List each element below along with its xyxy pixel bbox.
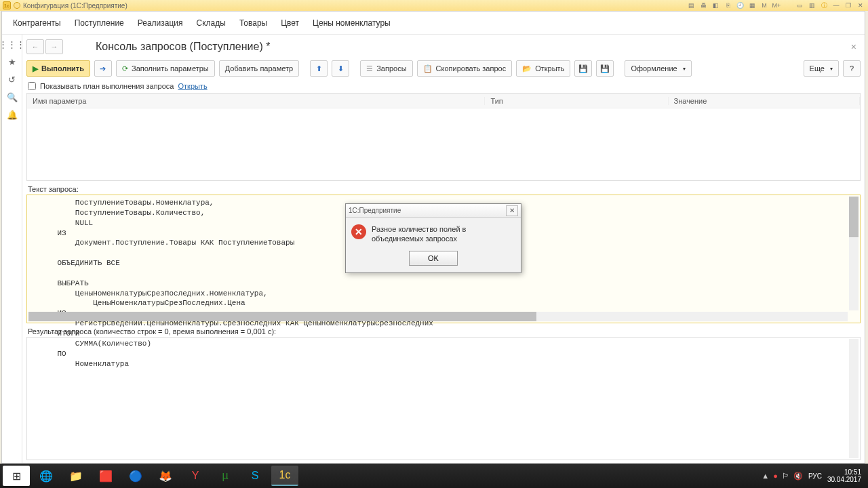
menu-item[interactable]: Склады [190, 13, 233, 33]
menu-item[interactable]: Поступление [68, 13, 131, 33]
tb-icon[interactable]: ◧ [711, 1, 720, 9]
play-icon: ▶ [33, 64, 38, 73]
nav-forward-button[interactable]: → [45, 39, 63, 54]
vertical-scrollbar[interactable] [849, 339, 859, 458]
list-icon: ☰ [366, 64, 373, 73]
show-plan-row: Показывать план выполнения запроса Откры… [26, 81, 861, 93]
star-icon[interactable]: ★ [7, 56, 18, 67]
col-type[interactable]: Тип [485, 97, 668, 105]
params-table: Имя параметра Тип Значение [26, 93, 861, 181]
left-sidebar: ⋮⋮⋮ ★ ↺ 🔍 🔔 [2, 35, 22, 463]
close-tab-icon[interactable]: × [847, 40, 861, 54]
taskbar-utorrent[interactable]: µ [212, 466, 239, 486]
dialog-close-button[interactable]: ✕ [506, 205, 518, 216]
menu-item[interactable]: Контрагенты [6, 13, 68, 33]
tb-icon[interactable]: ▥ [807, 1, 816, 9]
taskbar-ie[interactable]: 🌐 [33, 466, 60, 486]
open-plan-link[interactable]: Открыть [178, 82, 207, 90]
tb-icon[interactable]: ▦ [747, 1, 757, 9]
dialog-title: 1С:Предприятие [349, 207, 401, 214]
move-up-button[interactable]: ⬆ [310, 60, 328, 77]
move-down-button[interactable]: ⬇ [332, 60, 349, 77]
help-button[interactable]: ? [843, 60, 861, 77]
document-header: ← → Консоль запросов (Поступление) * × [26, 37, 861, 56]
col-value[interactable]: Значение [669, 97, 860, 105]
taskbar-firefox[interactable]: 🦊 [152, 466, 179, 486]
save-as-icon: 💾 [600, 64, 610, 73]
menu-item[interactable]: Реализация [131, 13, 190, 33]
menu-item[interactable]: Цвет [274, 13, 306, 33]
save-button[interactable]: 💾 [574, 60, 592, 77]
copy-query-button[interactable]: 📋Скопировать запрос [417, 60, 513, 77]
history-icon[interactable]: ↺ [7, 74, 18, 85]
taskbar-yandex[interactable]: Y [182, 466, 209, 486]
add-param-button[interactable]: Добавить параметр [219, 60, 299, 77]
tb-icon[interactable]: ⎘ [723, 1, 732, 9]
tray-icon[interactable]: 🏳 [782, 472, 789, 481]
titlebar-controls: ▤ 🖶 ◧ ⎘ 🕘 ▦ M M+ ▭ ▥ ⓘ — ❐ ✕ [686, 1, 865, 9]
app-dot-icon [14, 2, 20, 9]
tray-lang[interactable]: РУС [808, 472, 822, 480]
folder-icon: 📂 [522, 64, 532, 73]
tb-icon[interactable]: M+ [772, 1, 781, 9]
bell-icon[interactable]: 🔔 [7, 109, 18, 120]
tb-icon[interactable]: 🕘 [735, 1, 745, 9]
nav-back-button[interactable]: ← [26, 39, 44, 54]
tray-icon[interactable]: ▲ [762, 472, 769, 481]
start-button[interactable]: ⊞ [3, 466, 30, 486]
search-icon[interactable]: 🔍 [7, 92, 18, 102]
layout-button[interactable]: Оформление▾ [625, 60, 691, 77]
titlebar-label: Конфигурация (1С:Предприятие) [23, 2, 127, 9]
menu-item[interactable]: Цены номенклатуры [306, 13, 397, 33]
taskbar-explorer[interactable]: 📁 [62, 466, 90, 486]
show-plan-checkbox[interactable] [28, 82, 36, 90]
taskbar-chrome[interactable]: 🔵 [122, 466, 149, 486]
taskbar-skype[interactable]: S [241, 466, 269, 486]
result-box [26, 337, 861, 460]
dialog-message: Разное количество полей в объединяемых з… [372, 224, 515, 244]
open-button[interactable]: 📂Открыть [516, 60, 570, 77]
tb-icon[interactable]: ▭ [795, 1, 804, 9]
close-icon[interactable]: ✕ [856, 1, 865, 9]
arrow-down-icon: ⬇ [338, 64, 344, 73]
grid-icon[interactable]: ⋮⋮⋮ [7, 39, 18, 49]
copy-icon: 📋 [423, 64, 433, 73]
horizontal-scrollbar[interactable] [28, 312, 848, 321]
page-title: Консоль запросов (Поступление) * [96, 41, 270, 53]
arrow-up-icon: ⬆ [316, 64, 322, 73]
vertical-scrollbar[interactable] [849, 197, 859, 310]
app-logo-icon: 1c [3, 1, 11, 9]
minimize-icon[interactable]: — [831, 1, 841, 9]
toolbar: ▶Выполнить ➔ ⟳Заполнить параметры Добави… [26, 56, 861, 81]
maximize-icon[interactable]: ❐ [844, 1, 853, 9]
col-name[interactable]: Имя параметра [27, 97, 485, 105]
save-icon: 💾 [578, 64, 588, 73]
save-as-button[interactable]: 💾 [596, 60, 614, 77]
step-button[interactable]: ➔ [94, 60, 112, 77]
show-plan-label: Показывать план выполнения запроса [40, 82, 174, 90]
tb-icon[interactable]: 🖶 [698, 1, 708, 9]
main-menu: Контрагенты Поступление Реализация Склад… [2, 12, 865, 35]
os-titlebar: 1c Конфигурация (1С:Предприятие) ▤ 🖶 ◧ ⎘… [0, 0, 868, 11]
chevron-down-icon: ▾ [683, 66, 686, 72]
chevron-down-icon: ▾ [830, 66, 833, 72]
fill-params-button[interactable]: ⟳Заполнить параметры [116, 60, 215, 77]
tray-clock[interactable]: 10:51 30.04.2017 [827, 468, 861, 483]
tray-icon[interactable]: ● [773, 472, 778, 481]
query-section-label: Текст запроса: [26, 181, 861, 195]
tray-icon[interactable]: 🔇 [793, 472, 803, 481]
dialog-ok-button[interactable]: OK [409, 251, 458, 266]
more-button[interactable]: Еще▾ [804, 60, 839, 77]
arrow-right-icon: ➔ [100, 64, 106, 73]
taskbar-1c[interactable]: 1c [271, 466, 298, 486]
queries-button[interactable]: ☰Запросы [360, 60, 412, 77]
error-icon: ✕ [351, 224, 366, 239]
tb-icon[interactable]: ⓘ [819, 1, 829, 9]
tb-icon[interactable]: ▤ [686, 1, 696, 9]
execute-button[interactable]: ▶Выполнить [26, 60, 90, 77]
taskbar-opera[interactable]: 🟥 [92, 466, 119, 486]
tb-icon[interactable]: M [760, 1, 769, 9]
error-dialog: 1С:Предприятие ✕ ✕ Разное количество пол… [345, 203, 521, 273]
tray-icons[interactable]: ▲ ● 🏳 🔇 [762, 472, 803, 481]
menu-item[interactable]: Товары [233, 13, 274, 33]
